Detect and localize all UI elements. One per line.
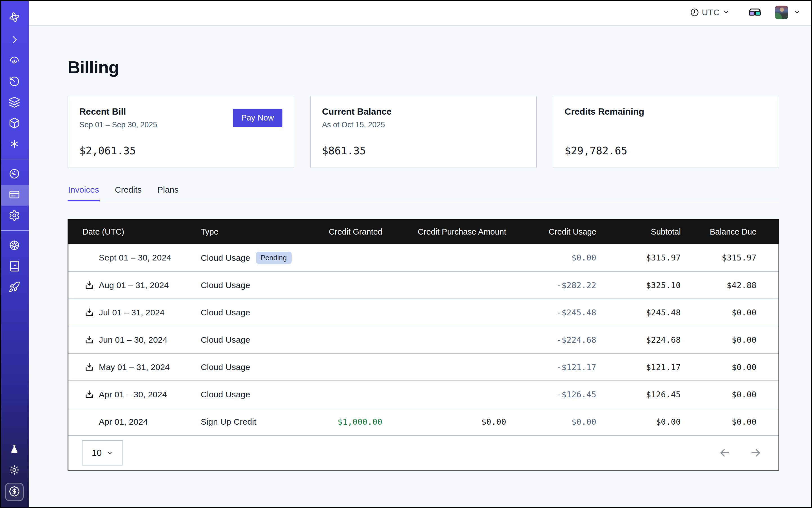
layers-icon (8, 96, 20, 109)
balance-due: $42.88 (681, 271, 778, 299)
invoice-date: Apr 01, 2024 (99, 417, 148, 427)
sidebar-item-layers[interactable] (0, 92, 29, 113)
invoice-date: Jun 01 – 30, 2024 (99, 335, 168, 345)
sidebar-item-history[interactable] (0, 72, 29, 92)
current-balance-card: Current Balance As of Oct 15, 2025 $861.… (310, 96, 537, 168)
table-header: Date (UTC) Type Credit Granted Credit Pu… (69, 220, 778, 244)
credit-usage: -$224.68 (506, 326, 596, 353)
book-sparkle-icon (8, 260, 20, 273)
credit-granted (313, 381, 382, 408)
subtotal: $315.97 (596, 244, 681, 271)
sidebar-item-settings[interactable] (0, 206, 29, 226)
table-row: Jul 01 – 31, 2024 Cloud Usage -$245.48 $… (69, 299, 778, 326)
download-icon (84, 307, 94, 318)
next-page-button[interactable] (749, 446, 762, 459)
sidebar-item-theme[interactable] (0, 460, 29, 481)
balance-due: $0.00 (681, 326, 778, 353)
download-icon (84, 389, 94, 399)
status-badge: Pending (256, 252, 292, 264)
subtotal: $245.48 (596, 299, 681, 326)
sidebar-item-docs[interactable] (0, 256, 29, 277)
sidebar (0, 0, 29, 508)
ship-wheel-icon (8, 239, 20, 252)
download-invoice-button[interactable] (84, 362, 94, 372)
avatar[interactable] (775, 6, 788, 19)
credit-usage: -$245.48 (506, 299, 596, 326)
timezone-selector[interactable]: UTC (690, 8, 730, 17)
timezone-label: UTC (702, 8, 720, 17)
summary-cards: Recent Bill Sep 01 – Sep 30, 2025 $2,061… (68, 96, 779, 168)
user-menu-button[interactable] (794, 8, 801, 16)
download-invoice-button[interactable] (84, 307, 94, 318)
sidebar-item-cube[interactable] (0, 113, 29, 134)
balance-due: $315.97 (681, 244, 778, 271)
recent-bill-amount: $2,061.35 (79, 145, 283, 157)
chevron-down-icon (722, 8, 730, 16)
credit-usage: -$121.17 (506, 353, 596, 381)
subtotal: $121.17 (596, 353, 681, 381)
credits-remaining-amount: $29,782.65 (564, 145, 768, 157)
prev-page-button[interactable] (718, 446, 731, 459)
subtotal: $224.68 (596, 326, 681, 353)
sidebar-item-labs[interactable] (0, 439, 29, 460)
page-title: Billing (68, 57, 779, 77)
gear-icon (8, 210, 20, 222)
table-row: Jun 01 – 30, 2024 Cloud Usage -$224.68 $… (69, 326, 778, 353)
card-title: Current Balance (322, 107, 525, 117)
sidebar-item-asterisk[interactable] (0, 134, 29, 155)
invoice-date: Jul 01 – 31, 2024 (99, 308, 165, 318)
sun-icon (8, 464, 20, 477)
col-credit-granted: Credit Granted (313, 220, 382, 244)
card-subtitle (564, 121, 768, 128)
tab-credits[interactable]: Credits (114, 185, 142, 201)
pay-now-button[interactable]: Pay Now (233, 109, 283, 127)
balance-due: $0.00 (681, 299, 778, 326)
col-credit-usage: Credit Usage (506, 220, 596, 244)
arrow-right-icon (749, 446, 762, 459)
orbit-logo-icon (8, 11, 20, 24)
card-subtitle: As of Oct 15, 2025 (322, 121, 525, 129)
sidebar-item-launch[interactable] (0, 277, 29, 298)
invoice-type: Cloud Usage (201, 253, 250, 262)
credit-purchase-amount (382, 381, 506, 408)
chevron-down-icon (106, 450, 113, 456)
table-row: Apr 01, 2024 Sign Up Credit $1,000.00 $0… (69, 408, 778, 435)
card-title: Credits Remaining (564, 107, 768, 117)
credit-usage: $0.00 (506, 408, 596, 435)
tab-plans[interactable]: Plans (157, 185, 179, 201)
col-balance-due: Balance Due (681, 220, 778, 244)
download-invoice-button[interactable] (84, 389, 94, 399)
table-row: May 01 – 31, 2024 Cloud Usage -$121.17 $… (69, 353, 778, 381)
main-content: Billing Recent Bill Sep 01 – Sep 30, 202… (29, 26, 812, 508)
invoice-date: May 01 – 31, 2024 (99, 363, 170, 372)
download-invoice-button[interactable] (84, 280, 94, 290)
sidebar-item-billing[interactable] (0, 185, 29, 206)
sidebar-item-observe[interactable] (0, 51, 29, 72)
download-icon (84, 335, 94, 345)
balance-due: $0.00 (681, 408, 778, 435)
col-date: Date (UTC) (69, 220, 201, 244)
glasses-icon (749, 8, 761, 16)
download-invoice-button[interactable] (84, 335, 94, 345)
credit-granted: $1,000.00 (313, 408, 382, 435)
credit-purchase-amount (382, 299, 506, 326)
invoices-table: Date (UTC) Type Credit Granted Credit Pu… (68, 219, 779, 471)
history-icon (8, 76, 20, 88)
credits-remaining-card: Credits Remaining $29,782.65 (553, 96, 779, 168)
app-logo[interactable] (0, 7, 29, 28)
credit-granted (313, 326, 382, 353)
chevron-down-icon (794, 8, 801, 15)
page-size-select[interactable]: 10 (82, 440, 123, 465)
sidebar-item-usage[interactable] (0, 164, 29, 185)
invoice-type: Cloud Usage (201, 281, 250, 290)
sidebar-item-expand[interactable] (0, 30, 29, 51)
view-mode-toggle[interactable] (749, 8, 761, 16)
tab-invoices[interactable]: Invoices (68, 185, 100, 201)
sidebar-item-support[interactable] (0, 236, 29, 256)
table-pagination: 10 (69, 435, 778, 470)
credit-usage: -$282.22 (506, 271, 596, 299)
col-subtotal: Subtotal (596, 220, 681, 244)
sidebar-item-credits[interactable] (5, 483, 24, 501)
sidebar-divider (0, 230, 29, 231)
clock-icon (690, 8, 699, 17)
